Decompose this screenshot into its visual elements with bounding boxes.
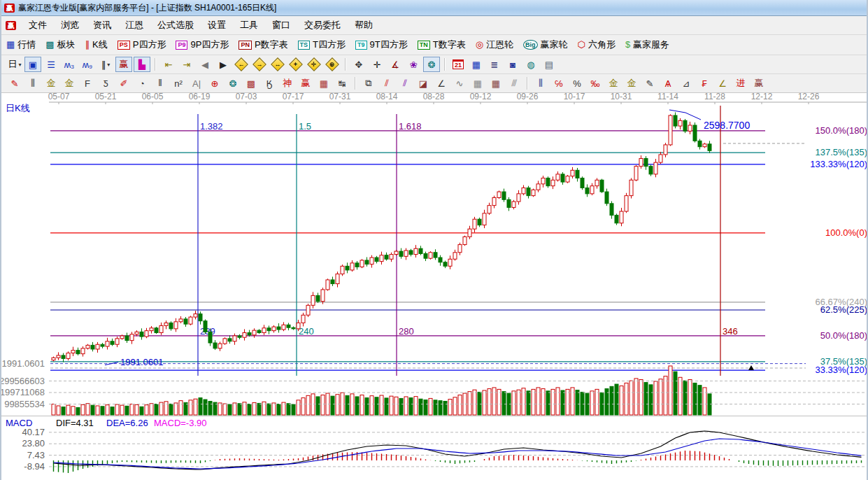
gold-ring-icon[interactable]: 金 xyxy=(605,76,622,91)
gold-levels-icon[interactable]: 金 xyxy=(623,76,640,91)
toolbar-button-quotes[interactable]: ▦行情 xyxy=(1,37,41,52)
star-web-icon[interactable]: ❂ xyxy=(225,76,241,91)
circle-cross-icon[interactable]: ⊕ xyxy=(206,76,223,91)
ying-angle-dark-icon[interactable]: 赢 xyxy=(750,76,767,91)
percent-fan-red-icon[interactable]: ℅ xyxy=(550,76,567,91)
period-day-dropdown-icon[interactable]: 日▾ xyxy=(6,57,23,72)
toolbar-button-hexagon[interactable]: ⬡六角形 xyxy=(573,37,620,52)
k-wave-icon[interactable]: Ӄ xyxy=(261,76,278,91)
menu-item-9[interactable]: 帮助 xyxy=(348,17,380,32)
toolbar-button-p-number-table[interactable]: PNP数字表 xyxy=(234,37,292,52)
zigzag-icon[interactable]: ∿ xyxy=(451,76,468,91)
page-next-icon[interactable]: ▶ xyxy=(215,57,232,72)
gann-shape-tool-icon[interactable]: ❀ xyxy=(405,57,422,72)
menu-item-4[interactable]: 公式选股 xyxy=(150,17,201,32)
fan-red-icon[interactable]: ⫽ xyxy=(378,76,395,91)
span-arrows-icon[interactable]: ↹ xyxy=(334,76,350,91)
save-disk-icon[interactable]: ◙ xyxy=(504,57,521,72)
zoom-window-icon[interactable]: ▣ xyxy=(24,57,41,72)
wave-3-icon[interactable]: ʍ₃ xyxy=(61,57,78,72)
j-angle-icon[interactable]: ⊿ xyxy=(678,76,695,91)
menu-item-2[interactable]: 资讯 xyxy=(86,17,118,32)
menu-item-1[interactable]: 浏览 xyxy=(54,17,86,32)
hand-tool-icon[interactable]: ✥ xyxy=(350,57,367,72)
fan-purple-icon[interactable]: ⫽ xyxy=(397,76,413,91)
jin-angle-red-icon[interactable]: 进 xyxy=(732,76,749,91)
gold-grid-b-icon[interactable]: 金 xyxy=(61,76,78,91)
calculator-icon[interactable]: ▦ xyxy=(468,57,485,72)
menu-item-6[interactable]: 工具 xyxy=(233,17,265,32)
diamond-right-icon[interactable]: → xyxy=(251,57,268,72)
toolbar-button-gann-wheel[interactable]: ◎江恩轮 xyxy=(471,37,518,52)
list-view-icon[interactable]: ☰ xyxy=(43,57,59,72)
toolbar-button-winner-service[interactable]: $赢家服务 xyxy=(620,37,674,52)
profile-histogram-icon[interactable]: ▙ xyxy=(134,57,150,72)
pencil-tool-icon[interactable]: ✎ xyxy=(6,76,23,91)
svg-text:133.33%(120): 133.33%(120) xyxy=(810,159,867,169)
menu-item-3[interactable]: 江恩 xyxy=(118,17,150,32)
svg-text:日K线: 日K线 xyxy=(6,103,30,113)
page-prev-icon[interactable]: ◀ xyxy=(197,57,213,72)
web-grid-icon[interactable]: ▩ xyxy=(243,76,259,91)
fan-box-icon[interactable]: ◪ xyxy=(415,76,432,91)
menu-item-8[interactable]: 交易委托 xyxy=(297,17,348,32)
ying-tool-icon[interactable]: 赢 xyxy=(297,76,314,91)
grid-plain-icon[interactable]: ▦ xyxy=(469,76,486,91)
candle-style-dropdown-icon[interactable]: ∥▾ xyxy=(97,57,114,72)
toolbar-button-kline[interactable]: ∥K线 xyxy=(80,37,113,52)
p-number-table-icon: PN xyxy=(239,41,252,50)
web-export-icon[interactable]: ◍ xyxy=(522,57,539,72)
title-bar[interactable]: 赢 赢家江恩专业版[赢家内部服务平台] - [上证指数 SH1A0001-165… xyxy=(1,0,867,16)
neural-tool-icon[interactable]: ❂ xyxy=(423,57,440,72)
workstation-icon[interactable]: ▤ xyxy=(541,57,557,72)
toolbar-button-p-square[interactable]: PSP四方形 xyxy=(113,37,171,52)
kline-chart-canvas[interactable]: 05-0705-2106-0506-1907-0307-1707-3108-14… xyxy=(1,93,868,480)
svg-text:100.0%(0): 100.0%(0) xyxy=(825,227,867,238)
notes-icon[interactable]: ≣ xyxy=(486,57,503,72)
calendar-21-icon[interactable]: 21 xyxy=(450,57,467,72)
diamond-target-icon[interactable]: ⊕ xyxy=(324,57,341,72)
hexagon-label: 六角形 xyxy=(588,38,616,51)
diamond-expand-icon[interactable]: ✛ xyxy=(306,57,322,72)
angle-lines-icon[interactable]: ∠ xyxy=(433,76,450,91)
permille-red-icon[interactable]: ‰ xyxy=(587,76,604,91)
gantt-scale-icon[interactable]: ⫼ xyxy=(532,76,549,91)
frame-tool-icon[interactable]: ⧉ xyxy=(360,76,377,91)
slashes-icon[interactable]: ⫻ xyxy=(506,76,522,91)
toolbar-button-9t-square[interactable]: T99T四方形 xyxy=(350,37,413,52)
clock-cycle-icon[interactable]: ◔ xyxy=(134,76,150,91)
comb-lines-icon[interactable]: ⫼ xyxy=(24,76,41,91)
menu-item-5[interactable]: 设置 xyxy=(201,17,233,32)
grid-123-icon[interactable]: ▦ xyxy=(315,76,332,91)
gold-grid-a-icon[interactable]: 金 xyxy=(43,76,59,91)
winner-box-icon[interactable]: 赢 xyxy=(115,57,132,72)
diamond-cross-icon[interactable]: + xyxy=(287,57,304,72)
brush-red-icon[interactable]: ✐ xyxy=(115,76,132,91)
ink-brush-icon[interactable]: ✎ xyxy=(641,76,658,91)
crosshair-tool-icon[interactable]: ✛ xyxy=(369,57,385,72)
toolbar-button-t-number-table[interactable]: TNT数字表 xyxy=(413,37,471,52)
a-mirror-icon[interactable]: A| xyxy=(188,76,205,91)
skip-first-icon[interactable]: ⇤ xyxy=(160,57,177,72)
angle-tool-icon[interactable]: ∡ xyxy=(387,57,404,72)
menu-item-7[interactable]: 窗口 xyxy=(265,17,297,32)
skip-last-icon[interactable]: ⇥ xyxy=(178,57,195,72)
toolbar-button-sectors[interactable]: ▩板块 xyxy=(41,37,80,52)
wave-9-icon[interactable]: ʍ₉ xyxy=(79,57,96,72)
shen-tool-icon[interactable]: 神 xyxy=(279,76,296,91)
f-grid-icon[interactable]: F xyxy=(79,76,96,91)
comb-small-icon[interactable]: ⫴ xyxy=(152,76,169,91)
f-angle-red-icon[interactable]: ₣ xyxy=(696,76,713,91)
gold-angle-icon[interactable]: ∠ xyxy=(714,76,731,91)
spiral-5-icon[interactable]: Ƽ xyxy=(97,76,114,91)
diamond-lr-icon[interactable]: ↔ xyxy=(269,57,286,72)
toolbar-button-t-square[interactable]: TST四方形 xyxy=(293,37,350,52)
toolbar-button-winner-wheel[interactable]: Big赢家轮 xyxy=(518,37,573,52)
a-wave-red-icon[interactable]: Ѧ xyxy=(660,76,676,91)
menu-item-0[interactable]: 文件 xyxy=(22,17,54,32)
percent-icon[interactable]: % xyxy=(569,76,585,91)
diamond-left-icon[interactable]: ← xyxy=(233,57,250,72)
toolbar-button-9p-square[interactable]: P99P四方形 xyxy=(171,37,234,52)
n-squared-icon[interactable]: n² xyxy=(170,76,187,91)
grid-dark-icon[interactable]: ▦ xyxy=(488,76,504,91)
